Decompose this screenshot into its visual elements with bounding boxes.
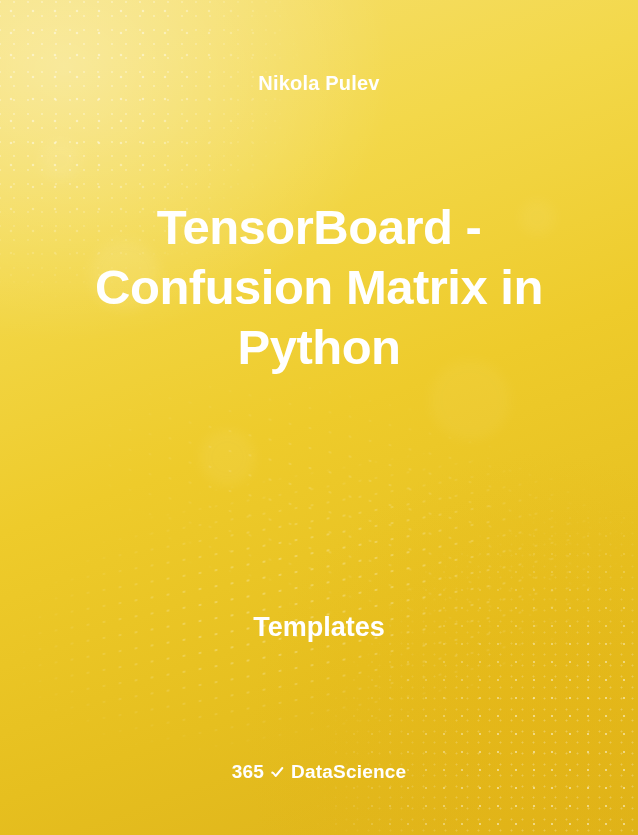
brand-prefix: 365 bbox=[232, 761, 264, 783]
document-subtitle: Templates bbox=[0, 612, 638, 643]
decorative-wave-2 bbox=[0, 0, 638, 835]
document-title: TensorBoard - Confusion Matrix in Python bbox=[0, 198, 638, 377]
decorative-dots-bottom-right bbox=[0, 0, 638, 835]
decorative-wave-1 bbox=[0, 0, 638, 835]
brand-logo: 365 DataScience bbox=[0, 761, 638, 783]
checkmark-icon bbox=[269, 764, 285, 780]
brand-suffix: DataScience bbox=[291, 761, 406, 783]
decorative-bokeh bbox=[40, 140, 80, 180]
author-name: Nikola Pulev bbox=[0, 72, 638, 95]
cover-page: Nikola Pulev TensorBoard - Confusion Mat… bbox=[0, 0, 638, 835]
decorative-dots-top-left bbox=[0, 0, 638, 835]
decorative-bokeh bbox=[200, 430, 255, 485]
